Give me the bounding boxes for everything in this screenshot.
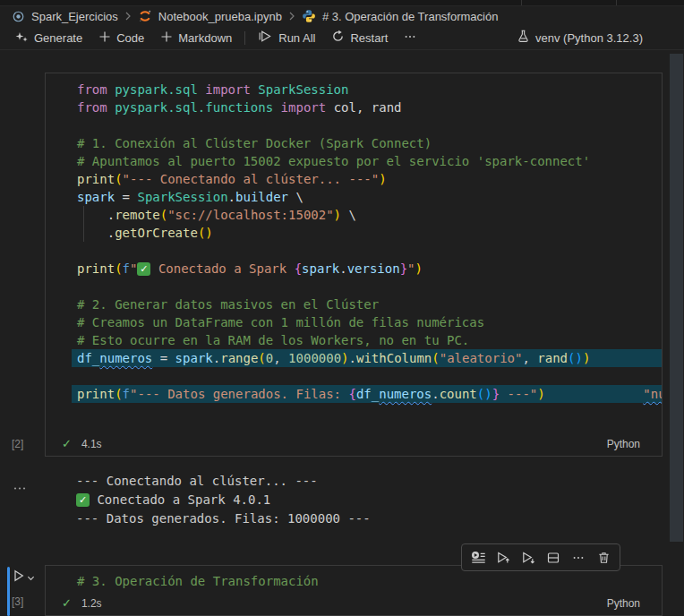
tab-divider	[616, 0, 617, 5]
run-all-label: Run All	[278, 31, 315, 45]
more-actions-button[interactable]	[396, 29, 424, 47]
delete-cell-icon[interactable]	[593, 547, 614, 569]
cell-language-label[interactable]: Python	[607, 438, 640, 450]
cell-output: --- Conectando al clúster... ---✓ Conect…	[76, 472, 371, 528]
focused-cell-indicator	[7, 567, 10, 616]
restart-icon	[331, 30, 345, 46]
add-markdown-cell-button[interactable]: Markdown	[152, 29, 240, 47]
code-cell-focused: # 3. Operación de Transformación ✓ 1.2s …	[45, 565, 663, 616]
execution-duration: 1.2s	[81, 597, 102, 610]
execution-count: [3]	[12, 595, 23, 608]
cell-hover-toolbar	[461, 543, 620, 571]
record-icon	[12, 10, 25, 23]
breadcrumb: Spark_Ejercicios Notebook_prueba.ipynb #…	[0, 6, 498, 26]
execute-below-icon[interactable]	[517, 547, 539, 569]
add-code-label: Code	[116, 31, 144, 45]
run-all-button[interactable]: Run All	[250, 28, 323, 47]
cell-status-bar: ✓ 4.1s Python	[46, 432, 662, 456]
kernel-label: venv (Python 3.12.3)	[535, 31, 643, 45]
scrollbar-track	[668, 50, 684, 616]
chevron-right-icon	[288, 12, 295, 21]
breadcrumb-item-file[interactable]: Notebook_prueba.ipynb	[158, 10, 282, 23]
generate-label: Generate	[34, 31, 82, 45]
run-cell-button[interactable]	[12, 569, 35, 586]
output-options-icon[interactable]	[13, 478, 26, 494]
plus-icon	[160, 30, 173, 46]
execution-count: [2]	[12, 438, 23, 450]
scrollbar-thumb[interactable]	[670, 54, 683, 542]
beaker-icon	[517, 30, 530, 46]
plus-icon	[98, 30, 111, 46]
success-check-icon: ✓	[62, 437, 72, 450]
code-cell: from pyspark.sql import SparkSessionfrom…	[45, 73, 663, 457]
chevron-down-icon	[27, 569, 35, 586]
python-icon	[302, 9, 316, 23]
restart-button[interactable]: Restart	[323, 28, 396, 47]
sparkle-icon	[15, 30, 29, 46]
execute-cell-icon[interactable]	[467, 547, 489, 569]
toolbar-separator	[244, 31, 245, 45]
cell-language-label[interactable]: Python	[607, 597, 640, 610]
code-editor[interactable]: from pyspark.sql import SparkSessionfrom…	[46, 73, 662, 421]
breadcrumb-item-folder[interactable]: Spark_Ejercicios	[31, 10, 118, 23]
more-actions-icon[interactable]	[568, 547, 589, 569]
vscode-notebook-window: Spark_Ejercicios Notebook_prueba.ipynb #…	[0, 0, 684, 616]
generate-button[interactable]: Generate	[7, 28, 90, 47]
add-code-cell-button[interactable]: Code	[90, 29, 152, 47]
notebook-toolbar: Generate Code Markdown Run All Restart	[0, 26, 684, 50]
split-cell-icon[interactable]	[543, 547, 564, 569]
chevron-right-icon	[124, 12, 132, 21]
ellipsis-icon	[404, 30, 416, 46]
jupyter-icon	[138, 9, 152, 23]
execution-duration: 4.1s	[81, 438, 102, 450]
restart-label: Restart	[350, 31, 388, 45]
tab-divider	[521, 0, 522, 5]
play-icon	[12, 569, 26, 586]
tab-bar-edge	[0, 0, 684, 6]
execute-above-icon[interactable]	[492, 547, 514, 569]
kernel-picker[interactable]: venv (Python 3.12.3)	[517, 30, 643, 46]
cell-status-bar: ✓ 1.2s Python	[46, 591, 662, 615]
success-check-icon: ✓	[62, 596, 72, 610]
breadcrumb-item-section[interactable]: # 3. Operación de Transformación	[322, 10, 499, 23]
add-markdown-label: Markdown	[178, 31, 232, 45]
run-all-icon	[258, 30, 273, 46]
